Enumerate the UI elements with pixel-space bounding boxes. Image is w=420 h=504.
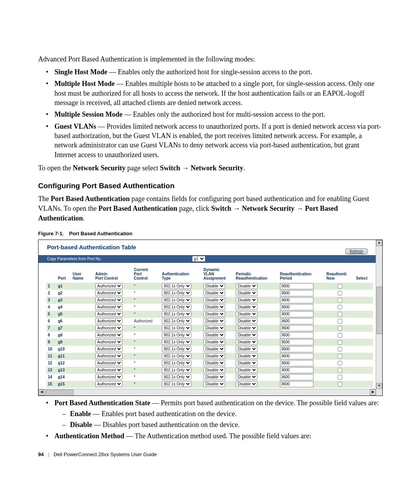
reauth-input[interactable] [280,318,313,324]
reauth-input[interactable] [280,381,313,387]
auth-select[interactable]: 802.1x Only [162,318,191,324]
admin-select[interactable]: Authorized [95,304,122,310]
periodic-select[interactable]: Disable [236,367,257,373]
admin-select[interactable]: Authorized [95,283,122,289]
periodic-select[interactable]: Disable [236,374,257,380]
auth-select[interactable]: 802.1x Only [162,367,191,373]
auth-select[interactable]: 802.1x Only [162,304,191,310]
vlan-select[interactable]: Disable [203,374,225,380]
scroll-thumb[interactable] [46,390,74,396]
scroll-up-icon[interactable]: ▲ [376,240,382,246]
reauth-input[interactable] [280,283,313,289]
vertical-scrollbar[interactable]: ▲ ▼ [376,240,382,389]
admin-select[interactable]: Authorized [95,346,122,352]
reauth-input[interactable] [280,346,313,352]
now-checkbox[interactable] [338,382,342,387]
vlan-select[interactable]: Disable [203,332,225,338]
now-checkbox[interactable] [338,375,342,380]
vlan-select[interactable]: Disable [203,304,225,310]
admin-select[interactable]: Authorized [95,332,122,338]
now-checkbox[interactable] [338,347,342,352]
periodic-select[interactable]: Disable [236,360,257,366]
vlan-select[interactable]: Disable [203,339,225,345]
vlan-select[interactable]: Disable [203,360,225,366]
reauth-input[interactable] [280,332,313,338]
now-checkbox[interactable] [338,291,342,296]
periodic-select[interactable]: Disable [236,318,257,324]
admin-select[interactable]: Authorized [95,311,122,317]
periodic-select[interactable]: Disable [236,311,257,317]
scroll-thumb[interactable] [376,287,383,334]
admin-select[interactable]: Authorized [95,367,122,373]
now-checkbox[interactable] [338,305,342,310]
vlan-select[interactable]: Disable [203,311,225,317]
auth-select[interactable]: 802.1x Only [162,346,191,352]
auth-select[interactable]: 802.1x Only [162,381,191,387]
reauth-input[interactable] [280,353,313,359]
admin-select[interactable]: Authorized [95,360,122,366]
admin-select[interactable]: Authorized [95,318,122,324]
periodic-select[interactable]: Disable [236,325,257,331]
auth-select[interactable]: 802.1x Only [162,339,191,345]
reauth-input[interactable] [280,311,313,317]
admin-select[interactable]: Authorized [95,381,122,387]
vlan-select[interactable]: Disable [203,346,225,352]
auth-select[interactable]: 802.1x Only [162,311,191,317]
auth-select[interactable]: 802.1x Only [162,283,191,289]
reauth-input[interactable] [280,367,313,373]
reauth-input[interactable] [280,297,313,303]
auth-select[interactable]: 802.1x Only [162,325,191,331]
auth-select[interactable]: 802.1x Only [162,290,191,296]
now-checkbox[interactable] [338,312,342,317]
now-checkbox[interactable] [338,298,342,303]
periodic-select[interactable]: Disable [236,339,257,345]
horizontal-scrollbar[interactable]: ◀ ▶ [38,389,382,396]
admin-select[interactable]: Authorized [95,339,122,345]
vlan-select[interactable]: Disable [203,283,225,289]
periodic-select[interactable]: Disable [236,353,257,359]
admin-select[interactable]: Authorized [95,374,122,380]
copy-params-select[interactable]: g1 [192,256,205,262]
admin-select[interactable]: Authorized [95,290,122,296]
scroll-left-icon[interactable]: ◀ [38,389,45,396]
now-checkbox[interactable] [338,326,342,331]
now-checkbox[interactable] [338,333,342,338]
auth-select[interactable]: 802.1x Only [162,297,191,303]
periodic-select[interactable]: Disable [236,297,257,303]
now-checkbox[interactable] [338,368,342,373]
now-checkbox[interactable] [338,354,342,359]
auth-select[interactable]: 802.1x Only [162,360,191,366]
reauth-input[interactable] [280,290,313,296]
vlan-select[interactable]: Disable [203,381,225,387]
periodic-select[interactable]: Disable [236,304,257,310]
periodic-select[interactable]: Disable [236,346,257,352]
periodic-select[interactable]: Disable [236,283,257,289]
admin-select[interactable]: Authorized [95,325,122,331]
vlan-select[interactable]: Disable [203,290,225,296]
scroll-right-icon[interactable]: ▶ [370,389,376,396]
vlan-select[interactable]: Disable [203,367,225,373]
now-checkbox[interactable] [338,361,342,366]
scroll-down-icon[interactable]: ▼ [376,383,382,389]
refresh-button[interactable]: Refresh [345,248,368,254]
vlan-select[interactable]: Disable [203,297,225,303]
auth-select[interactable]: 802.1x Only [162,332,191,338]
now-checkbox[interactable] [338,284,342,289]
reauth-input[interactable] [280,325,313,331]
vlan-select[interactable]: Disable [203,325,225,331]
reauth-input[interactable] [280,374,313,380]
auth-select[interactable]: 802.1x Only [162,353,191,359]
reauth-input[interactable] [280,304,313,310]
admin-select[interactable]: Authorized [95,353,122,359]
admin-select[interactable]: Authorized [95,297,122,303]
now-checkbox[interactable] [338,319,342,324]
periodic-select[interactable]: Disable [236,381,257,387]
now-checkbox[interactable] [338,340,342,345]
vlan-select[interactable]: Disable [203,318,225,324]
periodic-select[interactable]: Disable [236,332,257,338]
periodic-select[interactable]: Disable [236,290,257,296]
reauth-input[interactable] [280,339,313,345]
reauth-input[interactable] [280,360,313,366]
vlan-select[interactable]: Disable [203,353,225,359]
auth-select[interactable]: 802.1x Only [162,374,191,380]
